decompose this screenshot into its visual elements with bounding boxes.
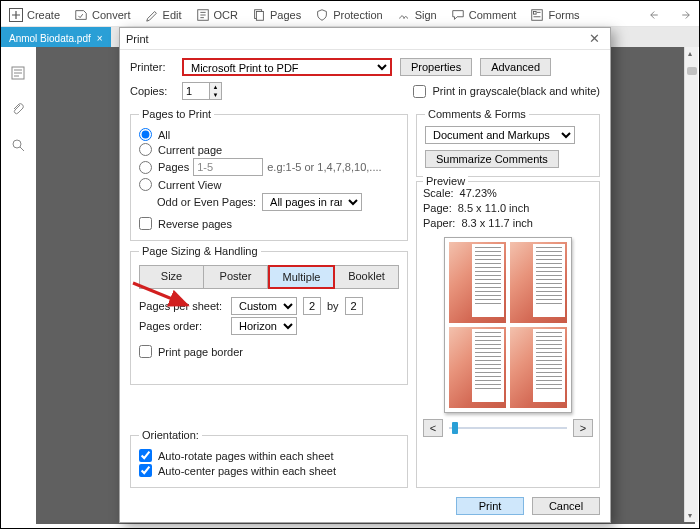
odd-even-select[interactable]: All pages in range	[262, 193, 362, 211]
search-icon[interactable]	[5, 137, 31, 155]
orientation-group: Orientation: Auto-rotate pages within ea…	[130, 429, 408, 488]
printer-label: Printer:	[130, 61, 174, 73]
comments-select[interactable]: Document and Markups	[425, 126, 575, 144]
preview-thumb	[449, 327, 506, 408]
toolbar-label: Convert	[92, 9, 131, 21]
dialog-title-label: Print	[126, 33, 149, 45]
group-legend: Page Sizing & Handling	[139, 245, 261, 257]
copies-label: Copies:	[130, 85, 174, 97]
radio-current-view[interactable]: Current View	[139, 178, 399, 191]
spin-down[interactable]: ▼	[209, 91, 221, 99]
preview-slider[interactable]	[449, 422, 567, 434]
undo-button[interactable]	[649, 8, 663, 22]
scroll-down-icon[interactable]: ▾	[688, 511, 692, 520]
toolbar-label: Create	[27, 9, 60, 21]
attachments-icon[interactable]	[5, 101, 31, 119]
toolbar-label: Pages	[270, 9, 301, 21]
app-toolbar: Create Convert Edit OCR Pages Protection…	[1, 1, 699, 27]
toolbar-pages[interactable]: Pages	[252, 8, 301, 22]
grayscale-checkbox[interactable]: Print in grayscale(black and white)	[413, 85, 600, 98]
vertical-scrollbar[interactable]: ▴ ▾	[684, 47, 698, 522]
toolbar-comment[interactable]: Comment	[451, 8, 517, 22]
preview-legend: Preview	[423, 175, 468, 187]
forms-icon	[530, 8, 544, 22]
preview-next-button[interactable]: >	[573, 419, 593, 437]
preview-thumb	[449, 242, 506, 323]
summarize-comments-button[interactable]: Summarize Comments	[425, 150, 559, 168]
document-tab[interactable]: Anmol Biodata.pdf ×	[1, 27, 111, 47]
radio-all[interactable]: All	[139, 128, 399, 141]
odd-even-label: Odd or Even Pages:	[157, 196, 256, 208]
radio-current-page[interactable]: Current page	[139, 143, 399, 156]
cancel-button[interactable]: Cancel	[532, 497, 600, 515]
thumbnails-icon[interactable]	[5, 65, 31, 83]
toolbar-label: Sign	[415, 9, 437, 21]
toolbar-forms[interactable]: Forms	[530, 8, 579, 22]
preview-thumb	[510, 327, 567, 408]
page-sizing-group: Page Sizing & Handling Size Poster Multi…	[130, 245, 408, 385]
reverse-checkbox[interactable]: Reverse pages	[139, 217, 399, 230]
pages-order-select[interactable]: Horizontal	[231, 317, 297, 335]
toolbar-convert[interactable]: Convert	[74, 8, 131, 22]
preview-thumb	[510, 242, 567, 323]
scroll-up-icon[interactable]: ▴	[688, 49, 692, 58]
pages-hint: e.g:1-5 or 1,4,7,8,10,....	[267, 161, 381, 173]
preview-box: Preview Scale:47.23% Page:8.5 x 11.0 inc…	[416, 181, 600, 488]
tab-multiple[interactable]: Multiple	[268, 265, 335, 289]
toolbar-ocr[interactable]: OCR	[196, 8, 238, 22]
sizing-tabs: Size Poster Multiple Booklet	[139, 265, 399, 289]
print-dialog: Print ✕ Printer: Microsoft Print to PDF …	[119, 27, 611, 523]
pps-label: Pages per sheet:	[139, 300, 225, 312]
print-button[interactable]: Print	[456, 497, 524, 515]
auto-center-checkbox[interactable]: Auto-center pages within each sheet	[139, 464, 399, 477]
printer-select[interactable]: Microsoft Print to PDF	[182, 58, 392, 76]
toolbar-create[interactable]: Create	[9, 8, 60, 22]
toolbar-label: Comment	[469, 9, 517, 21]
sign-icon	[397, 8, 411, 22]
toolbar-sign[interactable]: Sign	[397, 8, 437, 22]
toolbar-label: Edit	[163, 9, 182, 21]
grayscale-label: Print in grayscale(black and white)	[432, 85, 600, 97]
undo-icon	[649, 8, 663, 22]
toolbar-label: OCR	[214, 9, 238, 21]
pages-to-print-group: Pages to Print All Current page Pages e.…	[130, 108, 408, 241]
advanced-button[interactable]: Advanced	[480, 58, 551, 76]
auto-rotate-checkbox[interactable]: Auto-rotate pages within each sheet	[139, 449, 399, 462]
tab-booklet[interactable]: Booklet	[335, 265, 399, 289]
copies-spinner[interactable]: ▲▼	[182, 82, 222, 100]
tab-close-icon[interactable]: ×	[97, 33, 103, 44]
redo-icon	[677, 8, 691, 22]
comments-forms-group: Comments & Forms Document and Markups Su…	[416, 108, 600, 177]
tab-poster[interactable]: Poster	[204, 265, 268, 289]
preview-sheet	[444, 237, 572, 413]
ocr-icon	[196, 8, 210, 22]
radio-pages[interactable]: Pages	[139, 161, 189, 174]
copies-input[interactable]	[183, 83, 209, 99]
edit-icon	[145, 8, 159, 22]
spin-up[interactable]: ▲	[209, 83, 221, 91]
pages-icon	[252, 8, 266, 22]
pps-rows-input[interactable]	[345, 297, 363, 315]
dialog-footer: Print Cancel	[120, 490, 610, 522]
pps-select[interactable]: Custom Sc	[231, 297, 297, 315]
slider-handle[interactable]	[452, 422, 458, 434]
toolbar-edit[interactable]: Edit	[145, 8, 182, 22]
tab-size[interactable]: Size	[139, 265, 204, 289]
svg-rect-5	[534, 11, 537, 14]
scroll-thumb[interactable]	[687, 67, 697, 75]
toolbar-protection[interactable]: Protection	[315, 8, 383, 22]
side-panel	[5, 65, 31, 155]
dialog-titlebar: Print ✕	[120, 28, 610, 50]
properties-button[interactable]: Properties	[400, 58, 472, 76]
pages-order-label: Pages order:	[139, 320, 225, 332]
toolbar-label: Protection	[333, 9, 383, 21]
dialog-close-button[interactable]: ✕	[585, 31, 604, 46]
redo-button[interactable]	[677, 8, 691, 22]
print-page-border-checkbox[interactable]: Print page border	[139, 345, 399, 358]
pages-range-input[interactable]	[193, 158, 263, 176]
preview-prev-button[interactable]: <	[423, 419, 443, 437]
convert-icon	[74, 8, 88, 22]
group-legend: Orientation:	[139, 429, 202, 441]
pps-cols-input[interactable]	[303, 297, 321, 315]
tab-filename: Anmol Biodata.pdf	[9, 33, 91, 44]
